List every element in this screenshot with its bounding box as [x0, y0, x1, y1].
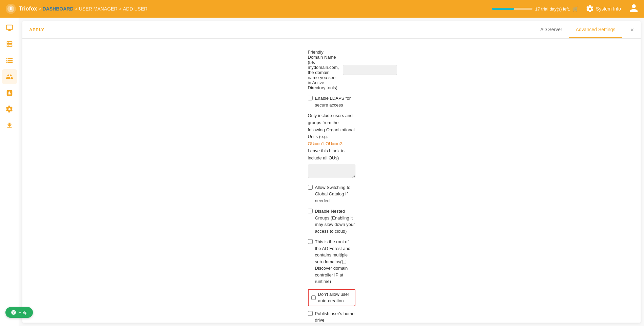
help-button[interactable]: Help — [5, 307, 33, 318]
user-menu-button[interactable] — [629, 3, 639, 15]
friendly-domain-input[interactable] — [343, 65, 397, 75]
allow-global-catalog-row: Allow Switching to Global Catalog If nee… — [308, 184, 355, 204]
brand-name: Triofox — [19, 6, 37, 12]
apply-button[interactable]: APPLY — [29, 27, 44, 32]
system-info-button[interactable]: System Info — [586, 5, 621, 13]
disable-nested-groups-label: Disable Nested Groups (Enabling it may s… — [315, 208, 355, 234]
panel-tabs: AD Server Advanced Settings — [533, 22, 622, 38]
system-info-label: System Info — [596, 6, 621, 12]
trial-text: 17 trial day(s) left. — [535, 6, 570, 12]
settings-icon — [6, 106, 13, 113]
dont-allow-autocreation-container: Don't allow user auto-creation — [308, 289, 355, 306]
breadcrumb-user-manager[interactable]: USER MANAGER — [79, 6, 118, 12]
dont-allow-autocreation-row: Don't allow user auto-creation — [308, 289, 355, 306]
content-area: APPLY AD Server Advanced Settings × Frie… — [19, 18, 644, 326]
cart-icon[interactable]: 🛒 — [573, 6, 578, 12]
disable-nested-groups-row: Disable Nested Groups (Enabling it may s… — [308, 208, 355, 234]
server-icon — [6, 40, 13, 48]
breadcrumb-add-user[interactable]: ADD USER — [123, 6, 147, 12]
triofox-logo-icon — [5, 3, 16, 14]
trial-progress-bar — [492, 8, 532, 10]
monitor-icon — [6, 24, 13, 32]
help-label: Help — [18, 310, 27, 315]
chart-icon — [6, 89, 13, 97]
ou-description: Only include users and groups from the f… — [308, 112, 355, 162]
users-icon — [6, 73, 13, 80]
sidebar-item-storage[interactable] — [2, 53, 17, 68]
sidebar-item-server[interactable] — [2, 37, 17, 52]
publish-home-drive-checkbox[interactable] — [308, 311, 313, 316]
ad-forest-checkbox[interactable] — [308, 239, 313, 244]
breadcrumb-dashboard[interactable]: DASHBOARD — [43, 6, 74, 12]
breadcrumb: > DASHBOARD > USER MANAGER > ADD USER — [38, 6, 148, 12]
ou-group: Only include users and groups from the f… — [308, 112, 355, 178]
enable-ldaps-checkbox[interactable] — [308, 96, 313, 100]
dont-allow-autocreation-label: Don't allow user auto-creation — [318, 291, 352, 304]
panel-body: Friendly Domain Name (i.e. mydomain.com,… — [145, 39, 518, 326]
dont-allow-autocreation-checkbox[interactable] — [311, 295, 316, 300]
panel: APPLY AD Server Advanced Settings × Frie… — [22, 21, 641, 323]
topbar-right: 17 trial day(s) left. 🛒 System Info — [492, 3, 639, 15]
sidebar — [0, 18, 19, 326]
trial-info: 17 trial day(s) left. 🛒 — [492, 6, 578, 12]
disable-nested-groups-checkbox[interactable] — [308, 209, 313, 213]
close-button[interactable]: × — [630, 27, 634, 33]
ad-forest-sub-checkbox[interactable] — [342, 260, 346, 264]
tab-advanced-settings[interactable]: Advanced Settings — [569, 22, 622, 38]
sidebar-item-analytics[interactable] — [2, 85, 17, 100]
tab-ad-server[interactable]: AD Server — [533, 22, 569, 38]
sidebar-item-users[interactable] — [2, 69, 17, 84]
user-avatar-icon — [629, 3, 639, 13]
enable-ldaps-label: Enable LDAPS for secure access — [315, 95, 355, 108]
panel-header: APPLY AD Server Advanced Settings × — [22, 21, 641, 39]
trial-progress-fill — [492, 8, 514, 10]
publish-home-drive-row: Publish user's home drive — [308, 310, 355, 324]
allow-global-catalog-label: Allow Switching to Global Catalog If nee… — [315, 184, 355, 204]
friendly-domain-label: Friendly Domain Name (i.e. mydomain.com,… — [308, 50, 339, 90]
allow-global-catalog-checkbox[interactable] — [308, 185, 313, 190]
enable-ldaps-row: Enable LDAPS for secure access — [308, 95, 355, 108]
download-icon — [6, 122, 13, 129]
friendly-domain-row: Friendly Domain Name (i.e. mydomain.com,… — [308, 50, 355, 90]
main-layout: APPLY AD Server Advanced Settings × Frie… — [0, 18, 644, 326]
sidebar-item-download[interactable] — [2, 118, 17, 133]
help-circle-icon — [11, 310, 16, 315]
sidebar-item-settings[interactable] — [2, 102, 17, 117]
gear-icon — [586, 5, 594, 13]
sidebar-item-dashboard[interactable] — [2, 20, 17, 35]
topbar: Triofox > DASHBOARD > USER MANAGER > ADD… — [0, 0, 644, 18]
ad-forest-label: This is the root of the AD Forest and co… — [315, 238, 355, 285]
storage-icon — [6, 57, 13, 64]
ad-forest-row: This is the root of the AD Forest and co… — [308, 238, 355, 285]
brand-logo[interactable]: Triofox — [5, 3, 37, 14]
publish-home-drive-label: Publish user's home drive — [315, 310, 355, 324]
ou-textarea[interactable] — [308, 165, 355, 178]
